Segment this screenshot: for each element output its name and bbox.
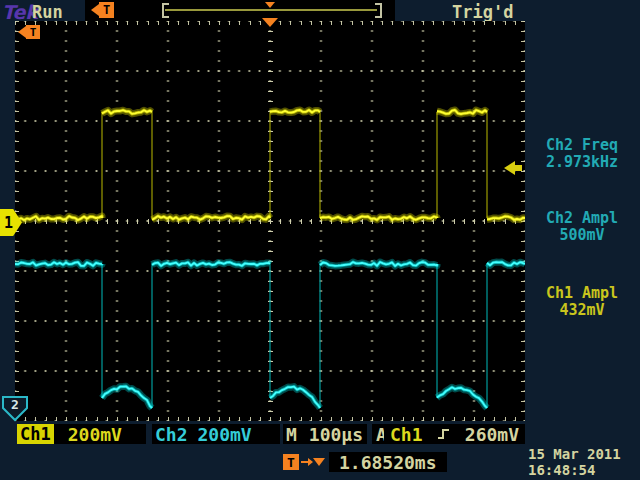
time-value: 16:48:54 xyxy=(528,462,621,478)
triangle-down-icon xyxy=(313,458,325,466)
record-view-bar xyxy=(165,9,377,11)
record-window-left-bracket xyxy=(162,3,169,18)
date-value: 15 Mar 2011 xyxy=(528,446,621,462)
trigger-t-icon: T xyxy=(99,2,114,18)
graticule: T xyxy=(15,21,525,421)
arrow-right-icon xyxy=(301,461,309,463)
ch1-label-chip: Ch1 xyxy=(17,424,54,444)
datetime-display: 15 Mar 2011 16:48:54 xyxy=(528,446,621,478)
rising-edge-icon xyxy=(437,426,451,442)
acquisition-status: Run xyxy=(32,2,63,22)
ch1-marker-label: 1 xyxy=(4,214,13,232)
ch1-scale-value: 200mV xyxy=(68,424,122,445)
measurement-value: 2.973kHz xyxy=(526,154,638,171)
record-view-strip: T xyxy=(85,0,395,21)
measurement-ch2-freq: Ch2 Freq 2.973kHz xyxy=(526,137,638,171)
measurement-ch2-ampl: Ch2 Ampl 500mV xyxy=(526,210,638,244)
ch2-ground-marker: 2 xyxy=(2,396,28,426)
trigger-level-value: 260mV xyxy=(465,424,519,445)
arrow-tail xyxy=(515,165,522,171)
trigger-level-marker xyxy=(504,161,522,175)
ch1-scale-readout: Ch1 200mV xyxy=(17,424,146,444)
measurement-label: Ch1 Ampl xyxy=(526,285,638,302)
horizontal-position-readout: T 1.68520ms xyxy=(283,452,447,472)
record-window-right-bracket xyxy=(375,3,382,18)
horizontal-position-value: 1.68520ms xyxy=(329,452,447,472)
ch2-scale-readout: Ch2 200mV xyxy=(152,424,280,444)
arrow-left-icon xyxy=(91,4,99,16)
trigger-position-marker-icon xyxy=(262,18,278,27)
trigger-offset-marker: T xyxy=(91,2,114,18)
measurement-ch1-ampl: Ch1 Ampl 432mV xyxy=(526,285,638,319)
timebase-value: 100µs xyxy=(309,424,363,445)
trigger-status: Trig'd xyxy=(452,2,513,22)
oscilloscope-screen: { "header": { "logo": "Tek", "acq_status… xyxy=(0,0,640,480)
waveform-traces xyxy=(15,21,525,421)
arrow-left-icon xyxy=(504,161,515,175)
ch2-marker-label: 2 xyxy=(11,397,19,412)
measurement-label: Ch2 Ampl xyxy=(526,210,638,227)
timebase-label: M xyxy=(286,424,297,445)
measurement-value: 432mV xyxy=(526,302,638,319)
ch2-scale-value: 200mV xyxy=(198,424,252,445)
trigger-source: Ch1 xyxy=(390,424,423,445)
record-trigger-position-icon xyxy=(265,2,275,8)
timebase-readout: M 100µs xyxy=(283,424,367,444)
trigger-t-icon: T xyxy=(283,454,299,470)
trigger-readout: Ch1 260mV xyxy=(384,424,525,444)
trigger-t-icon: T xyxy=(26,25,40,39)
ch2-label: Ch2 xyxy=(152,424,188,445)
measurement-value: 500mV xyxy=(526,227,638,244)
measurement-label: Ch2 Freq xyxy=(526,137,638,154)
arrow-left-icon xyxy=(18,26,26,38)
trigger-offscreen-marker: T xyxy=(18,25,40,39)
